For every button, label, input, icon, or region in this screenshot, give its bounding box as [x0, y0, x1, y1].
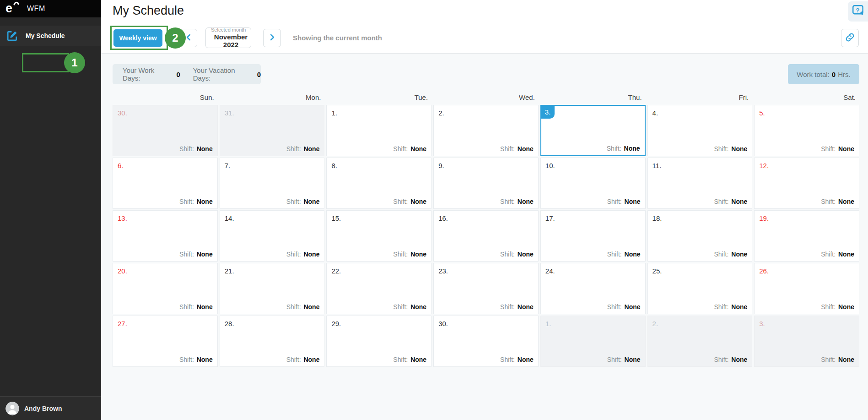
day-number: 9. — [438, 162, 444, 169]
day-number: 8. — [331, 162, 337, 169]
shift-info: Shift: None — [714, 303, 747, 311]
day-number: 5. — [759, 109, 765, 117]
day-number: 7. — [225, 162, 231, 169]
day-cell-30[interactable]: 30.Shift: None — [113, 105, 218, 156]
shift-info: Shift: None — [179, 145, 213, 153]
day-number: 24. — [545, 267, 555, 275]
sidebar-user[interactable]: Andy Brown — [0, 396, 101, 420]
next-month-button[interactable] — [263, 29, 281, 47]
calendar-day-headers: Sun.Mon.Tue.Wed.Thu.Fri.Sat. — [113, 93, 859, 101]
day-cell-17[interactable]: 17.Shift: None — [540, 210, 646, 262]
day-cell-8[interactable]: 8.Shift: None — [326, 158, 431, 209]
day-cell-23[interactable]: 23.Shift: None — [433, 263, 539, 314]
sidebar: e WFM My Schedule 1 — [0, 0, 101, 420]
shift-info: Shift: None — [286, 145, 320, 153]
day-cell-26[interactable]: 26.Shift: None — [754, 263, 859, 314]
page-title: My Schedule — [113, 4, 184, 18]
shift-info: Shift: None — [500, 198, 534, 205]
shift-info: Shift: None — [821, 251, 854, 258]
day-cell-24[interactable]: 24.Shift: None — [540, 263, 646, 314]
day-cell-20[interactable]: 20.Shift: None — [113, 263, 218, 314]
help-button[interactable]: ? — [848, 1, 868, 22]
svg-text:e: e — [5, 1, 12, 15]
svg-text:?: ? — [856, 6, 859, 13]
shift-info: Shift: None — [714, 356, 747, 363]
day-number: 2. — [438, 109, 444, 117]
shift-info: Shift: None — [821, 356, 854, 363]
day-cell-5[interactable]: 5.Shift: None — [754, 105, 859, 156]
day-cell-15[interactable]: 15.Shift: None — [326, 210, 431, 262]
shift-info: Shift: None — [607, 303, 641, 311]
shift-info: Shift: None — [821, 145, 854, 153]
shift-info: Shift: None — [714, 251, 747, 258]
day-cell-30[interactable]: 30.Shift: None — [433, 316, 539, 367]
day-header-mon: Mon. — [220, 93, 325, 101]
vacation-days-label: Your Vacation Days: — [193, 66, 254, 82]
weekly-view-button[interactable]: Weekly view — [113, 29, 162, 47]
day-cell-25[interactable]: 25.Shift: None — [647, 263, 753, 314]
day-number: 3. — [541, 106, 555, 119]
day-cell-12[interactable]: 12.Shift: None — [754, 158, 859, 209]
day-cell-27[interactable]: 27.Shift: None — [113, 316, 218, 367]
day-cell-21[interactable]: 21.Shift: None — [220, 263, 325, 314]
day-cell-14[interactable]: 14.Shift: None — [220, 210, 325, 262]
day-header-thu: Thu. — [540, 93, 646, 101]
day-cell-6[interactable]: 6.Shift: None — [113, 158, 218, 209]
day-cell-2[interactable]: 2.Shift: None — [433, 105, 539, 156]
day-cell-4[interactable]: 4.Shift: None — [647, 105, 753, 156]
day-cell-3[interactable]: 3.Shift: None — [540, 105, 646, 156]
day-cell-16[interactable]: 16.Shift: None — [433, 210, 539, 262]
day-number: 14. — [225, 214, 234, 222]
day-cell-28[interactable]: 28.Shift: None — [220, 316, 325, 367]
day-number: 10. — [545, 162, 555, 169]
day-cell-9[interactable]: 9.Shift: None — [433, 158, 539, 209]
sidebar-item-my-schedule[interactable]: My Schedule 1 — [0, 26, 101, 46]
shift-info: Shift: None — [607, 356, 641, 363]
day-number: 30. — [438, 320, 448, 327]
sidebar-item-label: My Schedule — [26, 32, 65, 39]
day-cell-13[interactable]: 13.Shift: None — [113, 210, 218, 262]
day-cell-22[interactable]: 22.Shift: None — [326, 263, 431, 314]
day-cell-7[interactable]: 7.Shift: None — [220, 158, 325, 209]
day-cell-29[interactable]: 29.Shift: None — [326, 316, 431, 367]
day-number: 3. — [759, 320, 765, 327]
shift-info: Shift: None — [286, 356, 320, 363]
day-cell-2[interactable]: 2.Shift: None — [647, 316, 753, 367]
day-cell-1[interactable]: 1.Shift: None — [540, 316, 646, 367]
day-number: 6. — [118, 162, 124, 169]
day-number: 16. — [438, 214, 448, 222]
day-number: 27. — [118, 320, 127, 327]
shift-info: Shift: None — [393, 356, 426, 363]
selected-month-value: November 2022 — [211, 33, 251, 49]
chevron-left-icon — [185, 34, 192, 42]
shift-info: Shift: None — [500, 251, 534, 258]
day-number: 13. — [118, 214, 127, 222]
shift-info: Shift: None — [179, 198, 213, 205]
day-number: 22. — [331, 267, 341, 275]
person-icon — [5, 402, 19, 415]
shift-info: Shift: None — [393, 251, 426, 258]
day-cell-11[interactable]: 11.Shift: None — [647, 158, 753, 209]
annotation-badge-2: 2 — [165, 27, 186, 49]
app-brand: WFM — [27, 5, 45, 13]
selected-month-button[interactable]: Selected month November 2022 — [205, 27, 251, 48]
day-cell-19[interactable]: 19.Shift: None — [754, 210, 859, 262]
day-cell-10[interactable]: 10.Shift: None — [540, 158, 646, 209]
vacation-days-value: 0 — [257, 71, 261, 78]
day-number: 19. — [759, 214, 769, 222]
day-cell-18[interactable]: 18.Shift: None — [647, 210, 753, 262]
day-cell-1[interactable]: 1.Shift: None — [326, 105, 431, 156]
day-cell-3[interactable]: 3.Shift: None — [754, 316, 859, 367]
day-number: 31. — [225, 109, 234, 117]
day-cell-31[interactable]: 31.Shift: None — [220, 105, 325, 156]
shift-info: Shift: None — [821, 303, 854, 311]
link-chain-icon — [845, 33, 855, 44]
schedule-content: Your Work Days: 0 Your Vacation Days: 0 … — [101, 54, 868, 420]
shift-info: Shift: None — [286, 303, 320, 311]
shift-info: Shift: None — [500, 145, 534, 153]
day-number: 23. — [438, 267, 448, 275]
day-header-tue: Tue. — [326, 93, 431, 101]
selected-month-caption: Selected month — [211, 27, 246, 33]
work-days-value: 0 — [176, 71, 180, 78]
link-button[interactable] — [841, 29, 859, 47]
